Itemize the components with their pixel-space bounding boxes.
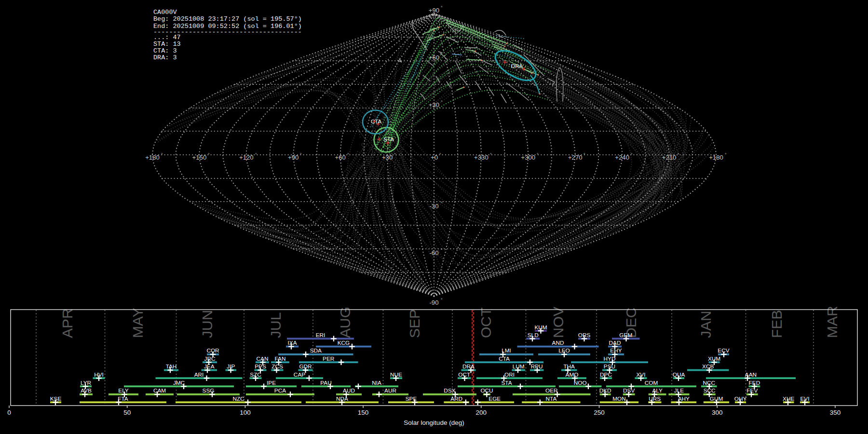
svg-text:DRA: 3: DRA: 3 — [153, 54, 177, 61]
svg-text:+300: +300 — [521, 154, 535, 161]
svg-text:SPE: SPE — [406, 395, 417, 402]
svg-text:OCT: OCT — [478, 308, 494, 338]
svg-text:LUM: LUM — [513, 363, 525, 370]
svg-text:DAD: DAD — [609, 339, 621, 346]
svg-text:URS: URS — [649, 395, 661, 402]
svg-text:JAN: JAN — [698, 311, 714, 338]
svg-text:+90: +90 — [288, 154, 298, 161]
svg-text:MAY: MAY — [130, 308, 146, 338]
svg-text:LYR: LYR — [81, 380, 91, 386]
svg-text:AHY: AHY — [678, 395, 690, 402]
svg-text:°: ° — [394, 152, 396, 157]
svg-text:SEP: SEP — [407, 309, 422, 338]
svg-text:°: ° — [161, 152, 163, 157]
svg-text:JIP: JIP — [227, 363, 235, 370]
svg-text:AND: AND — [552, 339, 564, 346]
svg-text:OCT: OCT — [458, 371, 470, 378]
svg-text:0: 0 — [7, 409, 11, 416]
svg-text:°: ° — [441, 53, 443, 57]
svg-text:MAR: MAR — [824, 306, 840, 338]
svg-text:FEB: FEB — [769, 310, 785, 338]
svg-text:+30: +30 — [429, 101, 439, 108]
svg-text:CAM: CAM — [153, 387, 166, 394]
svg-text:OER: OER — [545, 387, 558, 394]
svg-text:300: 300 — [712, 409, 723, 416]
svg-text:+240: +240 — [615, 154, 629, 161]
svg-text:+270: +270 — [568, 154, 583, 161]
svg-text:NIA: NIA — [372, 380, 381, 386]
svg-text:AMO: AMO — [566, 371, 579, 378]
svg-text:FTA: FTA — [118, 395, 128, 402]
svg-text:DSX: DSX — [444, 387, 455, 394]
svg-text:+60: +60 — [429, 54, 439, 61]
svg-text:HVI: HVI — [94, 371, 104, 378]
svg-text:THA: THA — [563, 363, 575, 370]
svg-text:NUE: NUE — [390, 371, 402, 378]
svg-text:SDA: SDA — [310, 347, 322, 354]
svg-text:ORS: ORS — [578, 332, 591, 339]
svg-text:150: 150 — [358, 409, 369, 416]
svg-text:°: ° — [441, 100, 443, 105]
svg-text:200: 200 — [476, 409, 487, 416]
svg-text:ARI: ARI — [194, 371, 204, 378]
svg-text:XUM: XUM — [708, 355, 720, 362]
svg-text:-60: -60 — [429, 249, 438, 257]
svg-text:JUL: JUL — [268, 312, 284, 338]
svg-text:KCG: KCG — [338, 339, 350, 346]
svg-text:JUN: JUN — [199, 310, 215, 338]
svg-text:JRC: JRC — [204, 355, 216, 362]
svg-text:-90: -90 — [429, 299, 438, 306]
svg-text:ECV: ECV — [718, 347, 729, 354]
svg-text:°: ° — [208, 152, 210, 157]
svg-text:°: ° — [631, 152, 633, 157]
svg-text:Solar longitude (deg): Solar longitude (deg) — [404, 419, 464, 426]
svg-text:EGE: EGE — [488, 395, 501, 402]
svg-text:GEM: GEM — [619, 332, 632, 339]
svg-text:°: ° — [255, 152, 257, 157]
svg-text:NDA: NDA — [336, 395, 348, 402]
svg-text:EHY: EHY — [610, 347, 622, 354]
svg-text:DKD: DKD — [599, 387, 611, 394]
svg-text:50: 50 — [123, 409, 131, 416]
svg-text:FAN: FAN — [275, 355, 286, 362]
svg-text:XHE: XHE — [783, 395, 794, 402]
svg-text:°: ° — [441, 5, 443, 10]
svg-text:...: 47: ...: 47 — [153, 34, 181, 41]
svg-text:DRA: DRA — [462, 363, 475, 370]
svg-text:IXA: IXA — [287, 339, 297, 346]
svg-text:+0: +0 — [431, 154, 438, 161]
svg-text:°: ° — [725, 152, 727, 157]
svg-text:AUR: AUR — [384, 387, 396, 394]
svg-text:AUD: AUD — [343, 387, 355, 394]
svg-text:°: ° — [441, 298, 443, 302]
svg-text:SSG: SSG — [203, 387, 215, 394]
svg-text:PER: PER — [323, 355, 334, 362]
svg-text:MON: MON — [612, 395, 626, 402]
svg-text:LMI: LMI — [502, 347, 511, 354]
svg-text:EVI: EVI — [800, 395, 809, 402]
svg-text:ALY: ALY — [652, 387, 663, 394]
svg-text:°: ° — [583, 152, 585, 157]
svg-text:-30: -30 — [429, 203, 438, 210]
svg-text:DSV: DSV — [623, 387, 635, 394]
svg-text:+330: +330 — [474, 154, 488, 161]
svg-text:RPU: RPU — [531, 363, 543, 370]
svg-text:OCU: OCU — [480, 387, 493, 394]
svg-text:JEA: JEA — [204, 363, 215, 370]
svg-text:ERI: ERI — [316, 332, 326, 339]
svg-text:XCB: XCB — [702, 363, 714, 370]
svg-text:°: ° — [441, 201, 443, 206]
svg-text:+30: +30 — [382, 154, 393, 161]
svg-text:ORI: ORI — [504, 371, 515, 378]
svg-text:NCC: NCC — [703, 380, 715, 386]
svg-text:IPE: IPE — [267, 380, 276, 386]
svg-text:NTA: NTA — [546, 395, 557, 402]
svg-text:KUM: KUM — [534, 324, 547, 331]
svg-text:°: ° — [490, 152, 492, 157]
svg-text:+180: +180 — [709, 154, 723, 161]
svg-text:KSE: KSE — [50, 395, 62, 402]
svg-text:250: 250 — [594, 409, 605, 416]
svg-text:ZCS: ZCS — [271, 363, 283, 370]
svg-text:°: ° — [441, 248, 443, 253]
svg-text:STA: STA — [383, 136, 394, 142]
